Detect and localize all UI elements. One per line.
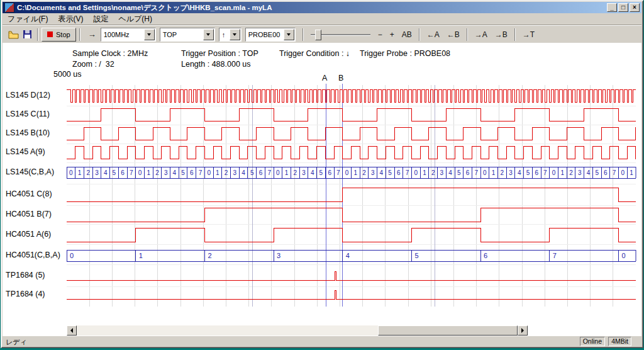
arrow-left-icon <box>70 328 73 333</box>
trigger-position-info: Trigger Position : TOP <box>181 49 258 58</box>
zoom-in-button[interactable]: + <box>386 28 398 41</box>
goto-cursor-b-right-button[interactable]: →B <box>491 28 511 41</box>
status-ready: レディ <box>6 337 27 347</box>
goto-cursor-a-right-button[interactable]: →A <box>471 28 491 41</box>
status-bar: レディ Online 4MBit <box>3 336 641 347</box>
probe-value: PROBE00 <box>248 31 280 38</box>
timeline-origin-label: 5000 us <box>53 70 81 79</box>
app-icon <box>4 3 14 13</box>
channel-label: TP1684 (5) <box>6 271 45 279</box>
toolbar-separator <box>419 28 420 41</box>
zoom-info: Zoom : / 32 <box>72 60 114 69</box>
channel-label: HC4051 C(8) <box>6 189 52 198</box>
cursor-a-label: A <box>322 74 327 82</box>
arrow-right-icon <box>521 328 524 333</box>
toolbar-separator <box>37 28 38 41</box>
scrollbar-thumb[interactable] <box>378 325 518 336</box>
trigger-position-select[interactable]: TOP <box>160 28 215 42</box>
chevron-down-icon[interactable] <box>144 29 155 40</box>
chevron-down-icon[interactable] <box>230 29 240 40</box>
channel-label: LS145 B(10) <box>6 128 50 137</box>
trigger-edge-value: ↑ <box>222 31 226 38</box>
goto-trigger-button[interactable]: →T <box>519 28 538 41</box>
menu-bar: ファイル(F) 表示(V) 設定 ヘルプ(H) <box>3 13 641 25</box>
toolbar-separator <box>514 28 516 41</box>
sample-rate-select[interactable]: 100MHz <box>101 28 156 42</box>
zoom-slider-thumb[interactable] <box>315 30 321 40</box>
status-online: Online <box>580 337 605 346</box>
stop-icon <box>47 31 53 37</box>
zoom-slider[interactable] <box>311 29 370 40</box>
menu-view[interactable]: 表示(V) <box>53 13 88 25</box>
menu-file[interactable]: ファイル(F) <box>3 13 53 25</box>
sample-clock-info: Sample Clock : 2MHz <box>72 49 148 58</box>
toolbar-separator <box>303 28 304 41</box>
cursor-b-label: B <box>338 74 343 82</box>
close-button[interactable]: × <box>630 3 640 12</box>
goto-cursor-b-left-button[interactable]: ←B <box>443 28 464 41</box>
horizontal-scrollbar[interactable] <box>67 325 528 336</box>
open-file-button[interactable] <box>6 28 20 42</box>
channel-label: TP1684 (4) <box>6 290 45 298</box>
trigger-position-value: TOP <box>163 31 177 38</box>
trigger-probe-info: Trigger Probe : PROBE08 <box>360 49 450 58</box>
channel-label: LS145 A(9) <box>6 147 45 156</box>
run-button[interactable]: → <box>84 29 101 40</box>
stop-button[interactable]: Stop <box>42 28 76 42</box>
trigger-edge-select[interactable]: ↑ <box>219 28 242 42</box>
window-controls: _ □ × <box>607 3 640 12</box>
zoom-out-button[interactable]: − <box>374 28 386 41</box>
menu-settings[interactable]: 設定 <box>88 13 113 25</box>
tool-bar: Stop → 100MHz TOP ↑ PROBE00 − + AB ←A ←B <box>3 25 641 43</box>
toolbar-separator <box>79 28 80 41</box>
channel-label: HC4051 B(7) <box>6 210 52 218</box>
ab-button[interactable]: AB <box>398 28 416 41</box>
menu-help[interactable]: ヘルプ(H) <box>113 13 157 25</box>
minimize-button[interactable]: _ <box>607 3 617 12</box>
open-folder-icon <box>8 30 19 39</box>
scroll-right-button[interactable] <box>518 325 528 336</box>
toolbar-separator <box>467 28 468 41</box>
probe-select[interactable]: PROBE00 <box>245 28 296 42</box>
goto-cursor-a-left-button[interactable]: ←A <box>423 28 443 41</box>
save-button[interactable] <box>20 28 34 42</box>
channel-label: LS145 D(12) <box>6 91 50 99</box>
trigger-condition-info: Trigger Condition : ↓ <box>279 49 350 58</box>
length-info: Length : 488.000 us <box>181 60 251 69</box>
app-window: C:\Documents and Settings\noname\デスクトップ\… <box>1 0 643 348</box>
floppy-disk-icon <box>23 30 32 39</box>
status-memory: 4MBit <box>608 337 631 346</box>
scroll-left-button[interactable] <box>67 325 77 336</box>
sample-rate-value: 100MHz <box>104 31 130 38</box>
channel-label: HC4051 A(6) <box>6 230 51 239</box>
title-bar[interactable]: C:\Documents and Settings\noname\デスクトップ\… <box>3 2 641 13</box>
channel-label: HC4051(C,B,A) <box>6 251 60 259</box>
stop-label: Stop <box>56 31 70 38</box>
waveform-area[interactable] <box>67 85 636 307</box>
chevron-down-icon[interactable] <box>284 29 294 40</box>
chevron-down-icon[interactable] <box>203 29 214 40</box>
window-title: C:\Documents and Settings\noname\デスクトップ\… <box>17 3 607 13</box>
channel-label: LS145 C(11) <box>6 110 50 118</box>
maximize-button[interactable]: □ <box>618 3 628 12</box>
channel-label: LS145(C,B,A) <box>6 167 54 176</box>
